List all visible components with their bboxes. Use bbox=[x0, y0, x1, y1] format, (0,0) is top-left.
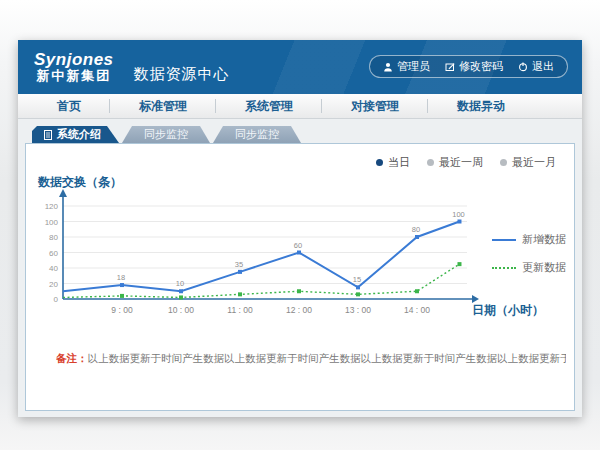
footnote-text: 以上数据更新于时间产生数据以上数据更新于时间产生数据以上数据更新于时间产生数据以… bbox=[88, 352, 567, 364]
dotted-line-swatch bbox=[492, 267, 516, 269]
svg-text:100: 100 bbox=[452, 210, 465, 219]
power-icon bbox=[518, 62, 528, 72]
tab-bar: 系统介绍 同步监控 同步监控 bbox=[32, 126, 575, 143]
nav-item-standard-mgmt[interactable]: 标准管理 bbox=[110, 94, 216, 118]
page-title: 数据资源中心 bbox=[134, 65, 230, 84]
logo-text-en: Synjones bbox=[34, 51, 114, 69]
svg-text:14 : 00: 14 : 00 bbox=[404, 305, 430, 315]
svg-text:13 : 00: 13 : 00 bbox=[345, 305, 371, 315]
x-axis-title: 日期（小时） bbox=[472, 302, 544, 319]
legend-label: 更新数据 bbox=[522, 260, 566, 275]
nav-item-system-mgmt[interactable]: 系统管理 bbox=[216, 94, 322, 118]
logout-button[interactable]: 退出 bbox=[518, 59, 554, 74]
footnote-label: 备注： bbox=[56, 352, 88, 364]
current-user-label: 管理员 bbox=[397, 59, 430, 74]
svg-text:18: 18 bbox=[117, 273, 125, 282]
svg-text:80: 80 bbox=[412, 225, 420, 234]
main-nav: 首页 标准管理 系统管理 对接管理 数据异动 bbox=[18, 94, 582, 119]
legend-item-new-data[interactable]: 新增数据 bbox=[492, 232, 566, 247]
nav-item-data-change[interactable]: 数据异动 bbox=[428, 94, 534, 118]
svg-text:12 : 00: 12 : 00 bbox=[286, 305, 312, 315]
chart-legend: 新增数据 更新数据 bbox=[492, 232, 566, 275]
time-range-filter: 当日 最近一周 最近一月 bbox=[376, 155, 556, 170]
tab-label: 同步监控 bbox=[144, 126, 188, 143]
filter-today[interactable]: 当日 bbox=[376, 155, 410, 170]
solid-line-swatch bbox=[492, 239, 516, 241]
tab-sync-monitor-1[interactable]: 同步监控 bbox=[122, 126, 210, 143]
svg-text:10 : 00: 10 : 00 bbox=[168, 305, 194, 315]
svg-text:20: 20 bbox=[49, 280, 58, 289]
nav-item-interface-mgmt[interactable]: 对接管理 bbox=[322, 94, 428, 118]
footnote: 备注：以上数据更新于时间产生数据以上数据更新于时间产生数据以上数据更新于时间产生… bbox=[56, 352, 566, 366]
svg-text:9 : 00: 9 : 00 bbox=[111, 305, 133, 315]
svg-text:120: 120 bbox=[45, 202, 59, 211]
company-logo: Synjones 新中新集团 bbox=[34, 51, 114, 82]
svg-text:35: 35 bbox=[235, 260, 243, 269]
filter-last-month[interactable]: 最近一月 bbox=[500, 155, 556, 170]
change-password-button[interactable]: 修改密码 bbox=[445, 59, 503, 74]
change-password-label: 修改密码 bbox=[459, 59, 503, 74]
tab-sync-monitor-2[interactable]: 同步监控 bbox=[213, 126, 301, 143]
svg-text:11 : 00: 11 : 00 bbox=[227, 305, 253, 315]
app-window: Synjones 新中新集团 数据资源中心 管理员 修改密码 bbox=[18, 40, 582, 417]
logo-text-cn: 新中新集团 bbox=[34, 69, 114, 83]
svg-text:80: 80 bbox=[49, 233, 58, 242]
svg-text:60: 60 bbox=[49, 249, 58, 258]
legend-label: 新增数据 bbox=[522, 232, 566, 247]
tab-label: 系统介绍 bbox=[57, 126, 101, 143]
document-icon bbox=[44, 130, 52, 140]
tab-label: 同步监控 bbox=[235, 126, 279, 143]
svg-text:60: 60 bbox=[294, 241, 302, 250]
tab-system-intro[interactable]: 系统介绍 bbox=[32, 126, 119, 143]
logout-label: 退出 bbox=[532, 59, 554, 74]
app-header: Synjones 新中新集团 数据资源中心 管理员 修改密码 bbox=[18, 40, 582, 94]
svg-text:40: 40 bbox=[49, 264, 58, 273]
legend-item-updated-data[interactable]: 更新数据 bbox=[492, 260, 566, 275]
radio-icon bbox=[500, 159, 507, 166]
filter-label: 最近一月 bbox=[512, 155, 556, 170]
svg-text:15: 15 bbox=[353, 275, 361, 284]
radio-icon bbox=[427, 159, 434, 166]
radio-icon bbox=[376, 159, 383, 166]
chart-panel: 当日 最近一周 最近一月 数据交换（条） 0204060801001209 : … bbox=[25, 143, 575, 411]
content-area: 系统介绍 同步监控 同步监控 当日 最近一周 bbox=[18, 119, 582, 417]
user-icon bbox=[383, 62, 393, 72]
svg-text:0: 0 bbox=[54, 295, 59, 304]
y-axis-title: 数据交换（条） bbox=[38, 174, 122, 191]
current-user[interactable]: 管理员 bbox=[383, 59, 430, 74]
filter-last-week[interactable]: 最近一周 bbox=[427, 155, 483, 170]
nav-item-home[interactable]: 首页 bbox=[28, 94, 110, 118]
filter-label: 当日 bbox=[388, 155, 410, 170]
edit-icon bbox=[445, 62, 455, 72]
exchange-chart: 0204060801001209 : 0010 : 0011 : 0012 : … bbox=[26, 184, 506, 324]
svg-text:100: 100 bbox=[45, 218, 59, 227]
filter-label: 最近一周 bbox=[439, 155, 483, 170]
user-toolbar: 管理员 修改密码 退出 bbox=[369, 55, 568, 78]
svg-text:10: 10 bbox=[176, 279, 184, 288]
